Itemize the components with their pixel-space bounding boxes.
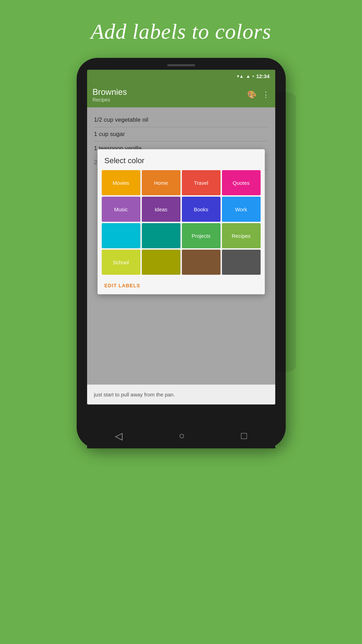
app-bar-titles: Brownies Recipes [93, 87, 127, 103]
dialog-overlay: Select color MoviesHomeTravelQuotesMusic… [87, 107, 275, 404]
color-cell-14[interactable] [182, 250, 221, 275]
color-cell-School[interactable]: School [102, 250, 140, 275]
color-cell-Books[interactable]: Books [182, 197, 221, 222]
app-bar-actions: 🎨 ⋮ [247, 90, 270, 99]
wifi-icon: ▾▲ [237, 74, 244, 79]
edit-labels-button[interactable]: EDIT LABELS [105, 283, 140, 288]
color-cell-8[interactable] [102, 223, 140, 248]
color-cell-13[interactable] [142, 250, 180, 275]
color-cell-Movies[interactable]: Movies [102, 170, 140, 195]
note-area: 1/2 cup vegetable oil 1 cup sugar 1 teas… [87, 107, 275, 404]
phone-frame: ▾▲ ▲ ▪ 12:34 Brownies Recipes 🎨 ⋮ [77, 58, 286, 448]
phone-speaker [167, 64, 195, 66]
color-cell-Home[interactable]: Home [142, 170, 180, 195]
color-grid: MoviesHomeTravelQuotesMusicIdeasBooksWor… [98, 170, 265, 278]
phone-bottom-nav: ◁ ○ □ [87, 423, 275, 448]
app-bar: Brownies Recipes 🎨 ⋮ [87, 82, 275, 107]
color-cell-Quotes[interactable]: Quotes [222, 170, 261, 195]
app-title: Brownies [93, 87, 127, 97]
status-bar: ▾▲ ▲ ▪ 12:34 [87, 70, 275, 82]
dialog-footer: EDIT LABELS [98, 278, 265, 294]
palette-icon[interactable]: 🎨 [247, 90, 256, 99]
page-title-text: Add labels to colors [0, 19, 362, 44]
bottom-note-line: just start to pull away from the pan. [94, 388, 268, 401]
color-cell-15[interactable] [222, 250, 261, 275]
signal-icon: ▲ [246, 74, 251, 79]
color-cell-Projects[interactable]: Projects [182, 223, 221, 248]
color-cell-Recipes[interactable]: Recipes [222, 223, 261, 248]
status-time: 12:34 [256, 73, 269, 79]
color-cell-9[interactable] [142, 223, 180, 248]
dialog-title: Select color [98, 149, 265, 170]
back-button[interactable]: ◁ [115, 430, 123, 442]
phone-screen: ▾▲ ▲ ▪ 12:34 Brownies Recipes 🎨 ⋮ [87, 70, 275, 404]
color-cell-Ideas[interactable]: Ideas [142, 197, 180, 222]
app-subtitle: Recipes [93, 97, 127, 103]
color-cell-Work[interactable]: Work [222, 197, 261, 222]
color-cell-Music[interactable]: Music [102, 197, 140, 222]
overflow-menu-icon[interactable]: ⋮ [262, 90, 270, 99]
color-cell-Travel[interactable]: Travel [182, 170, 221, 195]
recents-button[interactable]: □ [241, 430, 247, 441]
color-picker-dialog: Select color MoviesHomeTravelQuotesMusic… [98, 149, 265, 294]
battery-icon: ▪ [253, 74, 254, 79]
home-button[interactable]: ○ [179, 430, 185, 441]
